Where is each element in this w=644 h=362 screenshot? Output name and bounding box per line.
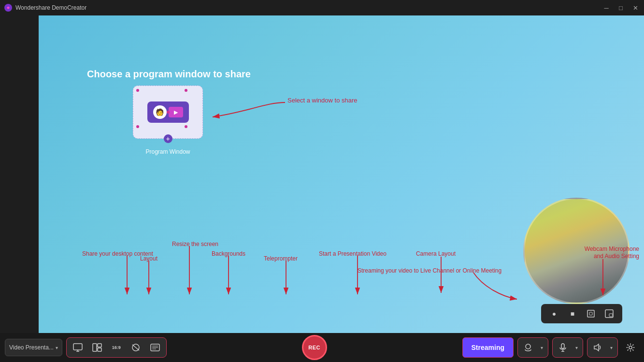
arrow-streaming-label [473, 273, 522, 304]
chevron-down-icon: ▾ [56, 345, 58, 350]
video-preset-label: Video Presenta... [9, 344, 54, 351]
svg-rect-18 [98, 344, 101, 347]
svg-rect-6 [609, 314, 613, 317]
layout-button[interactable] [89, 340, 105, 355]
arrow-backgrounds [224, 256, 238, 299]
choose-program-title: Choose a program window to share [87, 69, 251, 80]
minimize-button[interactable]: ─ [601, 4, 611, 12]
cam-pip-btn[interactable] [601, 307, 617, 320]
camera-layout-bar: ● ■ [541, 304, 622, 323]
microphone-group: ▾ [552, 337, 583, 358]
rec-button[interactable]: REC [302, 335, 327, 360]
arrow-layout [144, 261, 158, 299]
cam-expand-btn[interactable] [583, 307, 599, 320]
app-logo-icon [4, 3, 13, 12]
mic-chevron-icon[interactable]: ▾ [572, 340, 581, 355]
streaming-button[interactable]: Streaming [462, 337, 514, 358]
titlebar-left: Wondershare DemoCreator [4, 3, 86, 12]
svg-rect-16 [73, 344, 82, 350]
toolbar-icon-group: 16:9 [66, 337, 167, 358]
program-window-label: Program Window [145, 148, 190, 155]
webcam-audio-group: ▾ [517, 337, 548, 358]
titlebar-controls: ─ □ ✕ [601, 4, 640, 12]
annotation-streaming-label: Streaming your video to Live Channel or … [358, 267, 501, 275]
svg-rect-19 [98, 348, 101, 351]
program-window-icon-box[interactable]: 🧑 ▶ + [133, 86, 203, 139]
ratio-button[interactable]: 16:9 [108, 340, 125, 355]
svg-point-31 [629, 346, 632, 349]
titlebar: Wondershare DemoCreator ─ □ ✕ [0, 0, 644, 15]
arrow-camera-layout [427, 257, 456, 300]
annotation-teleprompter: Teleprompter [264, 255, 298, 263]
add-icon: + [164, 134, 172, 143]
annotation-camera-layout: Camera Layout [416, 250, 456, 258]
settings-button[interactable] [622, 339, 639, 356]
arrow-teleprompter [281, 261, 296, 299]
program-window-inner: 🧑 ▶ [147, 101, 189, 123]
main-area: Choose a program window to share 🧑 ▶ + P… [39, 15, 644, 333]
svg-rect-17 [93, 344, 97, 351]
close-button[interactable]: ✕ [630, 4, 640, 12]
annotation-resize: Resize the screen [172, 241, 218, 248]
svg-marker-30 [594, 344, 599, 351]
speaker-group: ▾ [587, 337, 618, 358]
webcam-chevron-icon[interactable]: ▾ [537, 340, 546, 355]
cam-square-btn[interactable]: ■ [564, 307, 581, 320]
video-preset-button[interactable]: Video Presenta... ▾ [5, 339, 62, 356]
person-icon: 🧑 [153, 105, 167, 119]
speaker-button[interactable] [589, 340, 606, 355]
webcam-button[interactable] [520, 340, 536, 355]
rec-label: REC [308, 345, 320, 350]
select-window-arrow [203, 93, 290, 122]
cam-circle-btn[interactable]: ● [546, 307, 562, 320]
svg-rect-4 [589, 312, 592, 315]
annotation-webcam-mic: Webcam Microphone and Audio Setting [585, 246, 639, 261]
background-button[interactable] [128, 340, 144, 355]
sidebar [0, 15, 39, 333]
svg-rect-27 [561, 344, 564, 348]
select-window-label: Select a window to share [287, 97, 358, 104]
svg-point-26 [526, 344, 530, 349]
play-button-icon: ▶ [169, 107, 183, 117]
microphone-button[interactable] [555, 340, 571, 355]
share-screen-button[interactable] [70, 340, 86, 355]
arrow-resize [185, 246, 199, 299]
arrow-presentation [353, 256, 367, 299]
program-window-card[interactable]: 🧑 ▶ + Program Window [133, 86, 203, 155]
annotation-layout: Layout [140, 255, 157, 263]
bottom-toolbar: Video Presenta... ▾ 16:9 REC Streaming ▾ [0, 333, 644, 362]
svg-rect-3 [587, 310, 594, 317]
annotation-presentation: Start a Presentation Video [319, 250, 386, 258]
teleprompter-button[interactable] [147, 340, 163, 355]
maximize-button[interactable]: □ [616, 4, 626, 12]
annotation-backgrounds: Backgrounds [212, 250, 245, 258]
content-inner: Choose a program window to share 🧑 ▶ + P… [39, 15, 644, 333]
app-title: Wondershare DemoCreator [15, 4, 86, 11]
speaker-chevron-icon[interactable]: ▾ [607, 340, 615, 355]
